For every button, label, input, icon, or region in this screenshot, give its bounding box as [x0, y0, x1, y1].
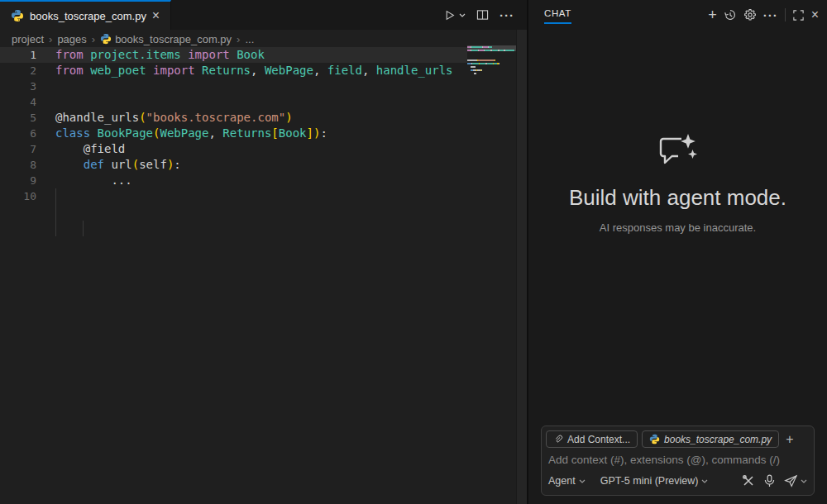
breadcrumb: project › pages › books_toscrape_com.py …	[0, 30, 528, 48]
chat-input-container: Add Context... books_toscrape_com.py + A…	[541, 426, 815, 496]
code-text: @field	[36, 141, 125, 157]
chevron-down-icon	[701, 479, 708, 483]
line-number: 2	[0, 63, 36, 78]
breadcrumb-project[interactable]: project	[12, 33, 44, 45]
code-text	[36, 78, 55, 94]
code-line[interactable]: 7 @field	[0, 141, 467, 157]
tab-label: books_toscrape_com.py	[30, 10, 146, 22]
breadcrumb-separator: ›	[237, 33, 240, 45]
microphone-icon[interactable]	[764, 474, 775, 487]
line-number: 4	[0, 94, 36, 110]
chat-more-actions-icon[interactable]: ···	[763, 8, 778, 22]
line-number: 10	[0, 188, 36, 204]
close-panel-icon[interactable]: ×	[811, 8, 819, 21]
code-text: ...	[36, 173, 132, 188]
chat-header: CHAT + ··· ×	[528, 0, 827, 30]
editor-scrollbar[interactable]	[516, 30, 527, 504]
breadcrumb-separator: ›	[92, 33, 95, 45]
code-line[interactable]: 3	[0, 78, 467, 94]
line-number: 8	[0, 157, 36, 173]
code-line[interactable]: 1from project.items import Book	[0, 47, 467, 63]
chat-input-toolbar: Agent GPT-5 mini (Preview)	[548, 473, 807, 489]
run-button[interactable]	[443, 9, 456, 21]
tab-books-toscrape[interactable]: books_toscrape_com.py ×	[0, 0, 171, 30]
chat-empty-state: Build with agent mode. AI responses may …	[528, 132, 827, 234]
code-line[interactable]: 9 ...	[0, 173, 467, 188]
tab-chat[interactable]: CHAT	[544, 8, 571, 18]
mode-picker[interactable]: Agent	[548, 475, 586, 487]
code-line[interactable]: 6class BookPage(WebPage, Returns[Book]):	[0, 126, 467, 141]
editor-pane: books_toscrape_com.py × ··· project › pa…	[0, 0, 528, 504]
paperclip-icon	[553, 435, 563, 445]
code-editor[interactable]: 1from project.items import Book2from web…	[0, 47, 528, 204]
code-text: def url(self):	[36, 157, 181, 173]
gear-icon[interactable]	[743, 8, 757, 21]
editor-tab-bar: books_toscrape_com.py × ···	[0, 0, 528, 30]
empty-state-subtitle: AI responses may be inaccurate.	[528, 221, 827, 234]
breadcrumb-separator: ›	[49, 33, 52, 45]
code-text	[36, 94, 55, 110]
attached-file-chip[interactable]: books_toscrape_com.py	[642, 430, 779, 448]
line-number: 6	[0, 126, 36, 141]
add-context-button[interactable]: Add Context...	[546, 430, 638, 448]
line-number: 3	[0, 78, 36, 94]
code-text: @handle_urls("books.toscrape.com")	[36, 110, 293, 126]
code-line[interactable]: 8 def url(self):	[0, 157, 467, 173]
model-picker[interactable]: GPT-5 mini (Preview)	[600, 475, 709, 487]
attach-plus-icon[interactable]: +	[783, 432, 796, 447]
run-dropdown-icon[interactable]	[459, 13, 466, 17]
breadcrumb-symbol[interactable]: ...	[245, 33, 254, 45]
header-divider	[785, 8, 786, 21]
empty-state-title: Build with agent mode.	[528, 185, 827, 211]
send-button[interactable]	[784, 474, 798, 487]
configure-tools-icon[interactable]	[742, 474, 755, 487]
code-line[interactable]: 2from web_poet import Returns, WebPage, …	[0, 63, 467, 78]
chevron-down-icon	[579, 479, 586, 483]
code-text: from web_poet import Returns, WebPage, f…	[36, 63, 453, 78]
code-lines: 1from project.items import Book2from web…	[0, 47, 528, 204]
context-chips: Add Context... books_toscrape_com.py +	[546, 430, 796, 448]
editor-actions: ···	[443, 0, 514, 30]
python-file-icon	[11, 9, 24, 22]
code-line[interactable]: 4	[0, 94, 467, 110]
minimap[interactable]	[467, 46, 515, 96]
line-number: 5	[0, 110, 36, 126]
python-file-icon	[100, 33, 112, 45]
send-dropdown-icon[interactable]	[801, 479, 807, 483]
new-chat-icon[interactable]: +	[708, 8, 717, 21]
line-number: 7	[0, 141, 36, 157]
editor-more-actions-icon[interactable]: ···	[500, 8, 514, 22]
indent-guide	[55, 188, 56, 236]
breadcrumb-pages[interactable]: pages	[57, 33, 86, 45]
maximize-panel-icon[interactable]	[792, 9, 805, 21]
breadcrumb-file[interactable]: books_toscrape_com.py	[100, 33, 232, 45]
vscode-window: books_toscrape_com.py × ··· project › pa…	[0, 0, 827, 504]
chat-input[interactable]: Add context (#), extensions (@), command…	[548, 454, 809, 466]
indent-guide	[83, 221, 84, 236]
chat-sparkle-icon	[657, 132, 700, 170]
chat-tab-active-indicator	[544, 22, 571, 24]
code-line[interactable]: 5@handle_urls("books.toscrape.com")	[0, 110, 467, 126]
chat-panel: CHAT + ··· ×	[528, 0, 827, 504]
code-text	[36, 188, 55, 204]
tab-close-icon[interactable]: ×	[150, 9, 162, 22]
python-file-icon	[649, 434, 660, 445]
split-editor-icon[interactable]	[476, 9, 489, 21]
line-number: 9	[0, 173, 36, 188]
history-icon[interactable]	[724, 8, 737, 21]
code-line[interactable]: 10	[0, 188, 467, 204]
code-text: class BookPage(WebPage, Returns[Book]):	[36, 126, 327, 141]
code-text: from project.items import Book	[36, 47, 265, 63]
line-number: 1	[0, 47, 36, 63]
